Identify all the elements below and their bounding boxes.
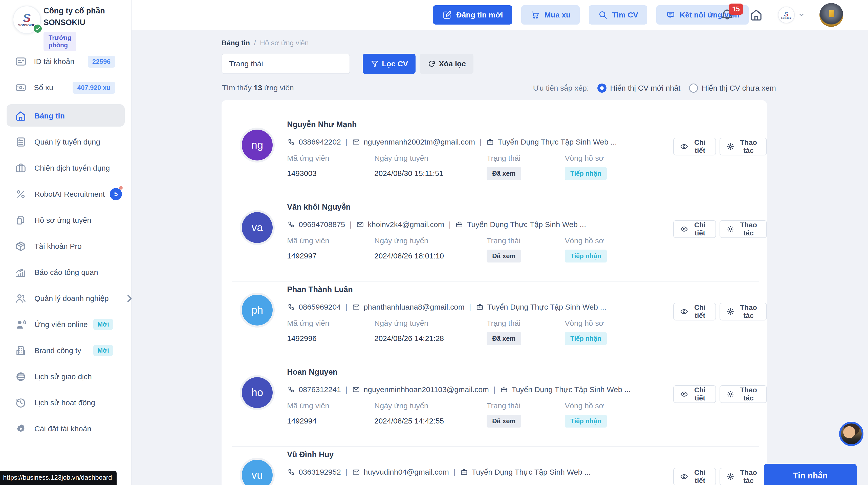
candidate-row: phPhan Thành Luân0865969204|phanthanhlua… [222, 282, 767, 364]
column-label-status: Trạng thái [487, 154, 521, 163]
action-button[interactable]: Thao tác [719, 468, 767, 485]
candidate-contact-line: 09694708875|khoinv2k4@gmail.com|Tuyển Dụ… [287, 220, 586, 229]
sidebar-item-12[interactable]: Cài đặt tài khoản [0, 416, 131, 442]
sidebar-item-6[interactable]: Báo cáo tổng quan [0, 259, 131, 285]
candidate-name[interactable]: Văn khôi Nguyễn [287, 202, 350, 211]
found-suffix: ứng viên [264, 84, 294, 92]
company-name-main: SONSOKIU [43, 18, 85, 27]
candidate-contact-line: 0363192952|huyvudinh04@gmail.com|Tuyển D… [287, 468, 591, 476]
notifications-button[interactable]: 15 [720, 8, 735, 22]
support-chat-avatar[interactable] [839, 422, 863, 446]
candidate-name[interactable]: Phan Thành Luân [287, 285, 353, 294]
breadcrumb-dashboard[interactable]: Bảng tin [222, 39, 250, 47]
sort-option-unseen[interactable]: Hiển thị CV chưa xem [689, 84, 776, 93]
candidate-list-panel: ngNguyễn Như Mạnh0386942202|nguyenmanh20… [222, 100, 767, 485]
sidebar-item-5[interactable]: Tài khoản Pro [0, 233, 131, 259]
sidebar-item-7[interactable]: Quản lý doanh nghiệp [0, 285, 131, 311]
action-button[interactable]: Thao tác [719, 220, 767, 238]
candidate-job: Tuyển Dụng Thực Tập Sinh Web ... [487, 303, 607, 311]
account-switcher[interactable]: S SONSOKIU [778, 7, 805, 23]
candidate-phone: 09694708875 [299, 220, 345, 229]
header-action-0[interactable]: Đăng tin mới [433, 5, 512, 25]
sidebar-item-1[interactable]: Quản lý tuyển dụng [0, 129, 131, 155]
detail-button[interactable]: Chi tiết [673, 468, 716, 485]
candidate-phone: 0865969204 [299, 303, 341, 311]
sidebar-item-11[interactable]: Lịch sử hoạt động [0, 390, 131, 416]
main-content: Bảng tin / Hồ sơ ứng viên Lọc CV Xóa lọc… [131, 30, 868, 485]
candidate-row-buttons: Chi tiếtThao tác [673, 303, 767, 320]
detail-button-label: Chi tiết [690, 304, 709, 320]
action-button-label: Thao tác [737, 139, 760, 155]
messages-button[interactable]: Tin nhắn [764, 464, 857, 485]
action-button-label: Thao tác [737, 304, 760, 320]
candidate-name[interactable]: Vũ Đình Huy [287, 450, 334, 459]
candidate-apply-date: 2024/08/25 14:42:55 [374, 417, 444, 425]
candidate-avatar: vu [242, 460, 273, 485]
candidate-email: nguyenminhhoan201103@gmail.com [364, 385, 489, 394]
sidebar-item-9[interactable]: Brand công tyMới [0, 337, 131, 364]
id-card-icon [15, 55, 27, 67]
users-icon [15, 292, 27, 305]
sidebar-item-2[interactable]: Chiến dịch tuyển dụng [0, 155, 131, 181]
clear-filter-button[interactable]: Xóa lọc [420, 54, 473, 74]
action-button[interactable]: Thao tác [719, 303, 767, 320]
column-label-date: Ngày ứng tuyển [374, 401, 428, 410]
candidate-name[interactable]: Hoan Nguyen [287, 368, 338, 377]
company-logo: S SONSOKIU [13, 6, 41, 34]
candidate-email: nguyenmanh2002tm@gmail.com [364, 138, 475, 146]
detail-button[interactable]: Chi tiết [673, 385, 716, 403]
action-button-label: Thao tác [737, 386, 760, 402]
candidate-row-buttons: Chi tiếtThao tác [673, 138, 767, 155]
account-id-value: 22596 [88, 56, 115, 67]
action-button-label: Thao tác [737, 468, 760, 485]
status-filter-input[interactable] [222, 54, 350, 74]
sidebar-item-3[interactable]: RobotAI Recruitment5 [0, 181, 131, 207]
sidebar-item-0[interactable]: Bảng tin [0, 103, 131, 129]
account-id-row: ID tài khoản 22596 [0, 54, 131, 68]
detail-button[interactable]: Chi tiết [673, 220, 716, 238]
column-label-status: Trạng thái [487, 401, 521, 410]
sidebar-item-label: Lịch sử hoạt động [34, 398, 95, 407]
phone-icon [287, 386, 295, 394]
home-icon[interactable] [749, 8, 763, 22]
column-label-status: Trạng thái [487, 484, 521, 485]
refresh-icon [427, 59, 436, 68]
detail-button[interactable]: Chi tiết [673, 138, 716, 155]
detail-button-label: Chi tiết [690, 221, 709, 237]
sidebar-item-10[interactable]: Lịch sử giao dịch [0, 364, 131, 390]
chevron-right-icon [123, 292, 135, 305]
mail-icon [356, 221, 364, 229]
cart-icon [530, 10, 540, 20]
header-action-1[interactable]: Mua xu [521, 5, 580, 25]
sidebar-item-8[interactable]: Ứng viên onlineMới [0, 311, 131, 337]
eye-icon [680, 390, 688, 398]
account-id-label: ID tài khoản [34, 57, 74, 66]
notification-count-badge: 15 [729, 4, 743, 15]
header-action-label: Tìm CV [612, 11, 638, 19]
logo-s-mark: S [784, 11, 788, 17]
mail-icon [352, 303, 360, 311]
action-button[interactable]: Thao tác [719, 385, 767, 403]
user-rank-avatar[interactable] [819, 3, 843, 27]
round-badge: Tiếp nhận [565, 250, 607, 262]
candidate-row-buttons: Chi tiếtThao tác [673, 220, 767, 238]
detail-button[interactable]: Chi tiết [673, 303, 716, 320]
separator: | [468, 303, 472, 311]
gear-small-icon [726, 307, 735, 316]
sidebar-item-label: Brand công ty [34, 346, 81, 355]
filter-cv-button[interactable]: Lọc CV [363, 54, 415, 74]
sidebar-item-4[interactable]: Hồ sơ ứng tuyển [0, 207, 131, 233]
candidate-name[interactable]: Nguyễn Như Mạnh [287, 120, 357, 129]
separator: | [344, 138, 348, 146]
account-logo: S SONSOKIU [778, 7, 795, 23]
header-action-2[interactable]: Tìm CV [589, 5, 647, 25]
column-label-date: Ngày ứng tuyển [374, 484, 428, 485]
column-label-id: Mã ứng viên [287, 484, 329, 485]
coins-label: Số xu [34, 83, 53, 92]
gear-small-icon [726, 390, 735, 398]
action-button[interactable]: Thao tác [719, 138, 767, 155]
column-label-date: Ngày ứng tuyển [374, 236, 428, 245]
status-bar-url: https://business.123job.vn/dashboard [0, 471, 117, 485]
sort-option-newest[interactable]: Hiển thị CV mới nhất [597, 84, 680, 93]
sidebar-item-label: Báo cáo tổng quan [34, 268, 98, 277]
